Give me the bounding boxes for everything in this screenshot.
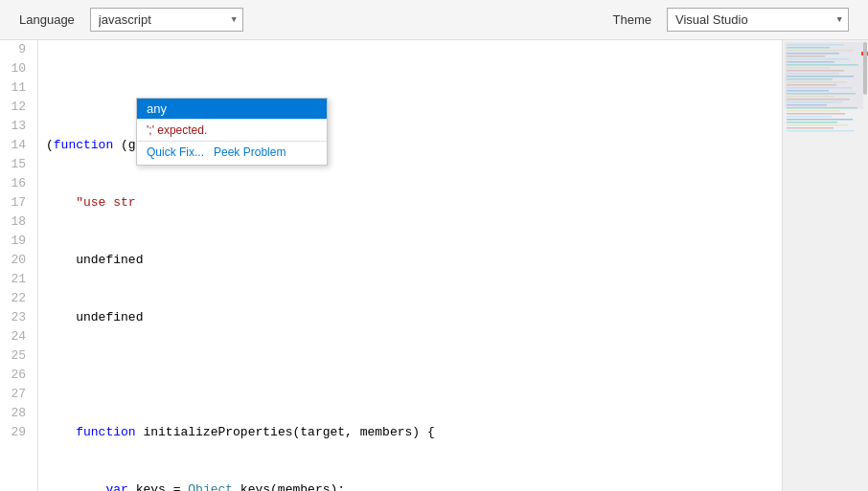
svg-rect-23 (787, 110, 840, 112)
line-number: 25 (8, 346, 26, 366)
autocomplete-item-any[interactable]: any (137, 99, 327, 119)
minimap-svg (785, 42, 868, 463)
code-line (46, 366, 774, 385)
theme-select[interactable]: Visual Studio Visual Studio Dark Monokai… (667, 8, 849, 32)
theme-select-wrapper[interactable]: Visual Studio Visual Studio Dark Monokai… (667, 8, 849, 32)
line-number: 10 (8, 59, 26, 78)
svg-rect-31 (785, 42, 863, 109)
line-number: 28 (8, 404, 26, 423)
line-number: 21 (8, 270, 26, 289)
action-links: Quick Fix... Peek Problem (137, 142, 327, 165)
code-line: var keys = Object.keys(members); (46, 480, 774, 491)
line-number: 16 (8, 174, 26, 193)
line-numbers: 9 10 11 12 13 14 15 16 17 18 19 20 21 22… (0, 40, 38, 491)
line-number: 29 (8, 423, 26, 442)
line-number: 12 (8, 98, 26, 117)
line-number: 11 (8, 78, 26, 98)
svg-rect-24 (787, 113, 845, 115)
peek-problem-link[interactable]: Peek Problem (214, 145, 286, 159)
code-line: function initializeProperties(target, me… (46, 423, 774, 442)
language-select[interactable]: javascript typescript python html css (90, 8, 243, 32)
code-line: undefined (46, 251, 774, 270)
line-number: 26 (8, 366, 26, 385)
code-area[interactable]: (function (global, undefined) { "use str… (38, 40, 782, 491)
code-line: undefined (46, 308, 774, 327)
error-message: ';' expected. (137, 120, 327, 141)
line-number: 19 (8, 232, 26, 251)
line-number: 15 (8, 155, 26, 174)
svg-rect-29 (787, 127, 834, 129)
language-label: Language (19, 12, 75, 27)
code-line (46, 78, 774, 98)
quick-fix-link[interactable]: Quick Fix... (147, 145, 204, 159)
toolbar: Language javascript typescript python ht… (0, 0, 868, 40)
line-number: 20 (8, 251, 26, 270)
line-number: 24 (8, 327, 26, 346)
svg-rect-26 (787, 119, 853, 121)
line-number: 14 (8, 136, 26, 155)
line-number: 27 (8, 385, 26, 404)
svg-rect-28 (787, 124, 848, 126)
minimap-content (783, 40, 868, 491)
theme-label: Theme (613, 12, 651, 27)
autocomplete-popup[interactable]: any ';' expected. Quick Fix... Peek Prob… (136, 98, 328, 166)
svg-rect-30 (787, 130, 855, 132)
code-line: "use str (46, 193, 774, 212)
language-select-wrapper[interactable]: javascript typescript python html css (90, 8, 243, 32)
editor-container: 9 10 11 12 13 14 15 16 17 18 19 20 21 22… (0, 40, 868, 491)
line-number: 18 (8, 212, 26, 232)
svg-rect-33 (863, 42, 867, 95)
svg-rect-25 (787, 116, 832, 118)
line-number: 9 (8, 40, 26, 59)
minimap[interactable] (782, 40, 868, 491)
svg-rect-27 (787, 122, 837, 123)
line-number: 22 (8, 289, 26, 308)
line-number: 13 (8, 117, 26, 136)
line-number: 17 (8, 193, 26, 212)
line-number: 23 (8, 308, 26, 327)
